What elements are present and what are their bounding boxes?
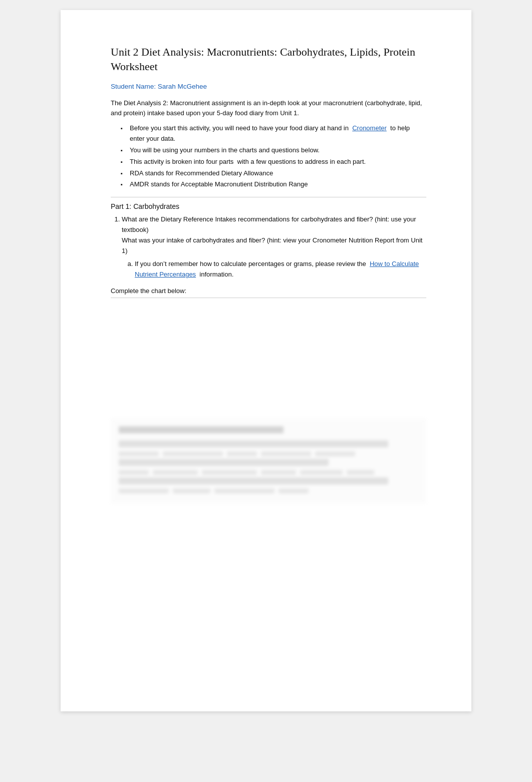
bullet-item-2: You will be using your numbers in the ch…: [121, 145, 426, 156]
qa-pre: If you don’t remember how to calculate p…: [135, 260, 366, 268]
blurred-chip-12: [119, 488, 169, 493]
complete-chart-text: Complete the chart below:: [111, 287, 426, 298]
question-1: What are the Dietary Reference Intakes r…: [122, 214, 426, 280]
qa-post: information.: [199, 271, 233, 278]
chart-area: [111, 303, 426, 403]
q1-text2: What was your intake of carbohydrates an…: [122, 236, 422, 254]
bullet-item-1: Before you start this activity, you will…: [121, 123, 426, 144]
student-name: Student Name: Sarah McGehee: [111, 83, 426, 90]
blurred-row-3: [119, 477, 388, 484]
part1-heading: Part 1: Carbohydrates: [111, 202, 426, 210]
bullet-item-5: AMDR stands for Acceptable Macronutient …: [121, 179, 426, 190]
alpha-list: If you don’t remember how to calculate p…: [122, 259, 426, 280]
blurred-text-row-2: [119, 470, 418, 475]
blurred-header: [119, 426, 284, 433]
blurred-chip-2: [163, 451, 223, 456]
blurred-row-1: [119, 440, 388, 447]
blurred-content: [111, 418, 426, 504]
intro-paragraph: The Diet Analysis 2: Macronutrient assig…: [111, 98, 426, 118]
blurred-chip-14: [214, 488, 275, 493]
blurred-chip-8: [202, 470, 257, 475]
page-title: Unit 2 Diet Analysis: Macronutrients: Ca…: [111, 45, 426, 74]
blurred-row-2: [119, 459, 329, 466]
section-divider-1: [111, 197, 426, 197]
cronometer-link[interactable]: Cronometer: [352, 124, 387, 132]
blurred-chip-13: [173, 488, 210, 493]
document-page: Unit 2 Diet Analysis: Macronutrients: Ca…: [61, 10, 471, 711]
blurred-text-row-3: [119, 488, 418, 493]
main-bullet-list: Before you start this activity, you will…: [111, 123, 426, 190]
bullet-item-4: RDA stands for Recommended Dietary Allow…: [121, 168, 426, 179]
blurred-text-row-1: [119, 451, 418, 456]
blurred-chip-10: [300, 470, 343, 475]
blurred-chip-9: [261, 470, 296, 475]
blurred-chip-7: [153, 470, 198, 475]
blurred-chip-3: [227, 451, 257, 456]
blurred-chip-1: [119, 451, 159, 456]
q1-text: What are the Dietary Reference Intakes r…: [122, 215, 416, 233]
question-1a: If you don’t remember how to calculate p…: [135, 259, 426, 280]
question-list: What are the Dietary Reference Intakes r…: [111, 214, 426, 280]
blurred-chip-6: [119, 470, 149, 475]
blurred-chip-5: [315, 451, 355, 456]
blurred-chip-15: [279, 488, 309, 493]
blurred-chip-4: [261, 451, 311, 456]
bullet1-text: Before you start this activity, you will…: [130, 124, 349, 132]
blurred-chip-11: [347, 470, 374, 475]
bullet-item-3: This activity is broken into four parts …: [121, 157, 426, 167]
